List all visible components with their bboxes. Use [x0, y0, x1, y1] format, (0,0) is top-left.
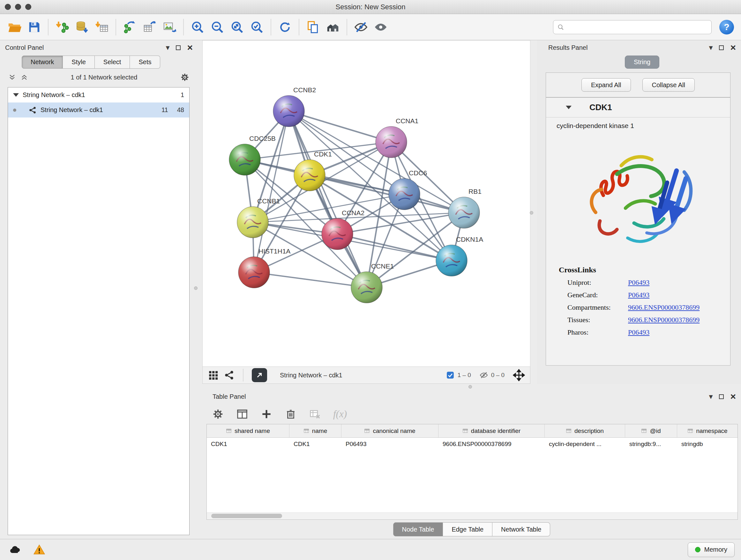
network-node-CCNB1[interactable]: CCNB1: [237, 197, 280, 238]
hide-selected-button[interactable]: [352, 17, 370, 37]
close-window-button[interactable]: [5, 4, 11, 10]
crosslink-link[interactable]: 9606.ENSP00000378699: [628, 303, 699, 312]
zoom-fit-button[interactable]: [228, 17, 246, 37]
delete-table-button[interactable]: [309, 408, 321, 420]
horizontal-scrollbar[interactable]: [207, 512, 738, 519]
gear-icon[interactable]: [180, 72, 190, 82]
network-canvas[interactable]: CCNB2CCNA1CDC25BCDK1CDC6RB1CCNB1CCNA2CDK…: [202, 40, 530, 367]
network-row[interactable]: String Network – cdk1 11 48: [8, 103, 189, 118]
open-in-new-button[interactable]: [252, 368, 267, 382]
crosslink-link[interactable]: P06493: [628, 291, 650, 299]
crosslink-link[interactable]: P06493: [628, 328, 650, 336]
eye-slash-icon[interactable]: [479, 371, 488, 380]
add-column-button[interactable]: [260, 408, 273, 420]
tab-string[interactable]: String: [625, 56, 659, 69]
column-header-shared-name[interactable]: shared name: [207, 424, 289, 437]
expand-all-button[interactable]: Expand All: [582, 78, 631, 91]
panel-collapse-button[interactable]: ▾: [709, 393, 713, 400]
splitter-handle[interactable]: [194, 287, 198, 290]
network-edge[interactable]: [337, 234, 452, 260]
tab-edge-table[interactable]: Edge Table: [443, 522, 492, 537]
tab-network[interactable]: Network: [22, 56, 63, 69]
tree-expand-icon[interactable]: [13, 93, 19, 97]
table-toolbar: f(x): [202, 404, 741, 424]
maximize-window-button[interactable]: [25, 4, 31, 10]
column-header-description[interactable]: description: [545, 424, 625, 437]
tab-sets[interactable]: Sets: [130, 56, 160, 69]
help-button[interactable]: ?: [719, 20, 734, 35]
network-node-HIST1H1A[interactable]: HIST1H1A: [239, 247, 290, 288]
search-input[interactable]: [567, 23, 708, 30]
pan-crosshair-icon[interactable]: [513, 369, 525, 381]
share-icon[interactable]: [224, 370, 234, 381]
tab-network-table[interactable]: Network Table: [492, 522, 550, 537]
grid-icon[interactable]: [208, 370, 219, 381]
export-image-button[interactable]: [160, 17, 179, 37]
network-node-CDC25B[interactable]: CDC25B: [229, 135, 276, 175]
panel-close-button[interactable]: ×: [187, 43, 193, 52]
network-node-CDKN1A[interactable]: CDKN1A: [436, 236, 483, 276]
expand-all-icon[interactable]: [20, 73, 28, 81]
splitter-handle[interactable]: [530, 211, 533, 214]
crosslink-link[interactable]: P06493: [628, 278, 650, 287]
column-header-canonical-name[interactable]: canonical name: [341, 424, 439, 437]
tab-style[interactable]: Style: [63, 56, 94, 69]
column-header-name[interactable]: name: [289, 424, 341, 437]
zoom-in-button[interactable]: [188, 17, 207, 37]
column-header-database-identifier[interactable]: database identifier: [439, 424, 545, 437]
table-row[interactable]: CDK1CDK1P064939606.ENSP00000378699cyclin…: [207, 438, 738, 450]
network-node-CCNB2[interactable]: CCNB2: [273, 86, 316, 127]
show-all-button[interactable]: [372, 17, 390, 37]
import-network-file-button[interactable]: [53, 17, 71, 37]
import-network-database-button[interactable]: [73, 17, 91, 37]
zoom-out-button[interactable]: [208, 17, 226, 37]
table-settings-button[interactable]: [212, 408, 224, 420]
select-columns-button[interactable]: [236, 408, 248, 420]
panel-collapse-button[interactable]: ▾: [165, 44, 170, 51]
minimize-window-button[interactable]: [15, 4, 21, 10]
network-collection-row[interactable]: String Network – cdk1 1: [8, 87, 189, 103]
function-builder-button[interactable]: f(x): [333, 408, 347, 420]
birds-eye-button[interactable]: [324, 17, 342, 37]
collapse-all-button[interactable]: Collapse All: [643, 78, 695, 91]
scrollbar-thumb[interactable]: [211, 514, 282, 518]
network-node-RB1[interactable]: RB1: [448, 188, 482, 228]
results-panel-title: Results Panel: [548, 44, 588, 51]
checkbox-icon[interactable]: [446, 371, 455, 379]
network-node-CCNA1[interactable]: CCNA1: [376, 117, 418, 158]
collapse-all-icon[interactable]: [8, 73, 16, 81]
panel-close-button[interactable]: ×: [730, 43, 736, 52]
tab-select[interactable]: Select: [95, 56, 130, 69]
vertical-splitter[interactable]: [198, 40, 202, 539]
tab-node-table[interactable]: Node Table: [393, 522, 443, 537]
panel-float-button[interactable]: [176, 45, 181, 50]
crosslink-link[interactable]: 9606.ENSP00000378699: [628, 316, 699, 324]
panel-float-button[interactable]: [719, 394, 724, 399]
memory-button[interactable]: Memory: [688, 543, 735, 557]
network-edge[interactable]: [254, 272, 367, 287]
zoom-selected-button[interactable]: [248, 17, 266, 37]
network-view: CCNB2CCNA1CDC25BCDK1CDC6RB1CCNB1CCNA2CDK…: [202, 40, 530, 384]
network-edge[interactable]: [289, 111, 367, 287]
warnings-button[interactable]: [30, 542, 48, 557]
protein-card-header[interactable]: CDK1: [546, 98, 730, 118]
export-network-button[interactable]: [121, 17, 139, 37]
open-session-button[interactable]: [5, 17, 23, 37]
cloud-button[interactable]: [6, 542, 23, 557]
table-column-icon: [566, 428, 571, 434]
column-header-namespace[interactable]: namespace: [677, 424, 738, 437]
panel-collapse-button[interactable]: ▾: [709, 44, 713, 51]
splitter-handle[interactable]: [468, 385, 472, 388]
column-header--id[interactable]: @id: [625, 424, 677, 437]
apply-layout-button[interactable]: [276, 17, 294, 37]
panel-float-button[interactable]: [719, 45, 724, 50]
network-edge[interactable]: [289, 111, 391, 142]
control-panel: Control Panel ▾ × Network Style Select S…: [0, 40, 198, 539]
panel-close-button[interactable]: ×: [730, 392, 736, 401]
collapse-section-icon[interactable]: [566, 106, 571, 109]
import-table-file-button[interactable]: [92, 17, 111, 37]
delete-column-button[interactable]: [285, 408, 297, 420]
duplicate-network-button[interactable]: [304, 17, 322, 37]
export-table-button[interactable]: [140, 17, 159, 37]
save-session-button[interactable]: [25, 17, 44, 37]
